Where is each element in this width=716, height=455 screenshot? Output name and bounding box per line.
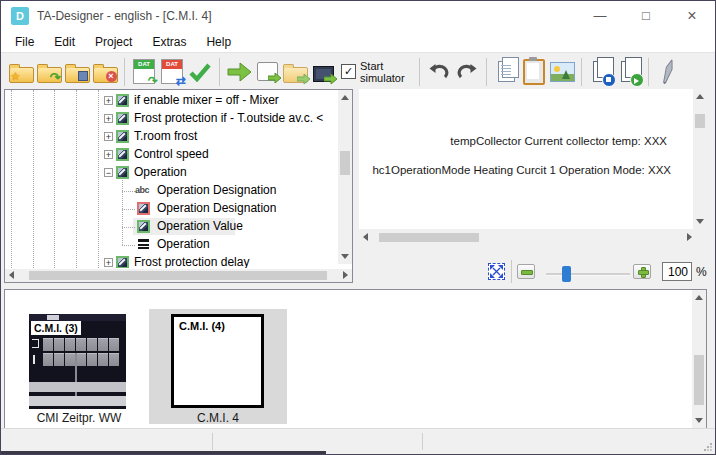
- tree-row[interactable]: + Frost protection if - T.outside av.c. …: [5, 110, 337, 128]
- open-project-button[interactable]: ↷: [35, 57, 63, 87]
- tree-row[interactable]: Operation: [5, 236, 337, 254]
- tree-row[interactable]: + Control speed: [5, 146, 337, 164]
- page-thumbnail-cmi3[interactable]: C.M.I. (3): [29, 314, 126, 409]
- zoom-slider-track[interactable]: [546, 273, 630, 276]
- scroll-left-arrow[interactable]: [9, 271, 14, 279]
- menu-edit[interactable]: Edit: [44, 32, 85, 52]
- validate-button[interactable]: [186, 57, 214, 87]
- page-caption[interactable]: CMI Zeitpr. WW: [19, 411, 139, 425]
- menu-extras[interactable]: Extras: [142, 32, 196, 52]
- tree-row[interactable]: + T.room frost: [5, 128, 337, 146]
- dat-reload-icon: DAT ⇄: [161, 59, 183, 84]
- minimize-button[interactable]: —: [577, 1, 623, 31]
- export-page-button[interactable]: [253, 57, 281, 87]
- tree-item-label[interactable]: Control speed: [134, 147, 209, 161]
- tree-horizontal-scrollbar[interactable]: [5, 269, 352, 282]
- tree-item-label[interactable]: Operation: [134, 165, 187, 179]
- scroll-up-arrow[interactable]: [695, 295, 703, 300]
- tree-item-label[interactable]: Frost protection if - T.outside av.c. <: [134, 111, 323, 125]
- page-caption[interactable]: C.M.I. 4: [149, 411, 287, 425]
- scroll-left-arrow[interactable]: [363, 233, 368, 241]
- undo-button[interactable]: [425, 57, 453, 87]
- expand-toggle[interactable]: +: [104, 150, 113, 159]
- tree-item-label[interactable]: Frost protection delay: [134, 255, 249, 268]
- new-project-button[interactable]: ★: [7, 57, 35, 87]
- zoom-slider-thumb[interactable]: [562, 266, 571, 282]
- close-project-button[interactable]: ×: [91, 57, 119, 87]
- scroll-up-arrow[interactable]: [341, 95, 349, 100]
- toolbar-separator: [486, 58, 487, 86]
- menu-file[interactable]: File: [5, 32, 44, 52]
- expand-toggle[interactable]: +: [104, 132, 113, 141]
- scrollbar-thumb[interactable]: [694, 355, 704, 405]
- tree-item-label[interactable]: T.room frost: [134, 129, 197, 143]
- green-arrow-icon: [268, 73, 282, 84]
- menu-project[interactable]: Project: [85, 32, 142, 52]
- tree-row-selected[interactable]: Operation Value: [5, 218, 337, 236]
- resize-grip[interactable]: [703, 442, 712, 451]
- app-window: D TA-Designer - english - [C.M.I. 4] — □…: [0, 0, 716, 455]
- export-folder-button[interactable]: [281, 57, 309, 87]
- tree-row[interactable]: + Frost protection delay: [5, 254, 337, 268]
- run-arrow-icon: [227, 62, 252, 82]
- reload-dat-button[interactable]: DAT ⇄: [158, 57, 186, 87]
- check-icon: [188, 62, 212, 82]
- page-preview-panel[interactable]: tempCollector Current collector temp: XX…: [359, 89, 707, 229]
- pen-tool-icon: [656, 57, 679, 87]
- menubar: File Edit Project Extras Help: [1, 31, 715, 53]
- scrollbar-thumb[interactable]: [379, 233, 479, 242]
- window-title: TA-Designer - english - [C.M.I. 4]: [37, 9, 212, 23]
- expand-toggle[interactable]: +: [104, 258, 113, 267]
- scrollbar-thumb[interactable]: [340, 151, 350, 175]
- app-icon: D: [11, 7, 29, 25]
- tree-row[interactable]: − Operation: [5, 164, 337, 182]
- tree-row[interactable]: + if enable mixer = off - Mixer: [5, 92, 337, 110]
- preview-horizontal-scrollbar[interactable]: [359, 231, 696, 244]
- preview-text-line[interactable]: tempCollector Current collector temp: XX…: [450, 135, 667, 147]
- preview-text-line[interactable]: hc1OperationMode Heating Curcit 1 Operat…: [372, 164, 671, 176]
- tree-item-label[interactable]: Operation: [157, 237, 210, 251]
- copy-button[interactable]: [492, 57, 520, 87]
- collapse-toggle[interactable]: −: [104, 168, 113, 177]
- run-button[interactable]: [225, 57, 253, 87]
- tree-item-label[interactable]: Operation Designation: [157, 201, 276, 215]
- tree-row[interactable]: abc Operation Designation: [5, 182, 337, 200]
- start-simulator-checkbox[interactable]: ✓: [341, 64, 356, 79]
- redo-button[interactable]: [453, 57, 481, 87]
- export-cmi-button[interactable]: [309, 57, 337, 87]
- zoom-in-button[interactable]: [633, 264, 651, 279]
- scrollbar-thumb[interactable]: [695, 114, 705, 128]
- page-thumbnail-cmi4[interactable]: C.M.I. (4): [171, 314, 264, 408]
- tree-item-label[interactable]: if enable mixer = off - Mixer: [134, 93, 279, 107]
- zoom-out-button[interactable]: [517, 264, 535, 279]
- scroll-right-arrow[interactable]: [687, 233, 692, 241]
- scrollbar-thumb[interactable]: [29, 271, 327, 280]
- scroll-down-arrow[interactable]: [695, 418, 703, 423]
- pick-tool-button[interactable]: [654, 57, 682, 87]
- insert-image-button[interactable]: [548, 57, 576, 87]
- zoom-value-input[interactable]: [662, 262, 692, 281]
- tree-vertical-scrollbar[interactable]: [338, 90, 352, 264]
- copy-save-button[interactable]: [587, 57, 615, 87]
- redo-icon: [457, 63, 477, 81]
- close-button[interactable]: ×: [669, 1, 715, 31]
- fit-to-window-button[interactable]: [488, 263, 505, 280]
- tree-item-label[interactable]: Operation Designation: [157, 183, 276, 197]
- paste-button[interactable]: [520, 57, 548, 87]
- scroll-down-arrow[interactable]: [696, 219, 704, 224]
- maximize-button[interactable]: □: [623, 1, 669, 31]
- scroll-up-arrow[interactable]: [696, 94, 704, 99]
- copy-export-button[interactable]: [615, 57, 643, 87]
- preview-vertical-scrollbar[interactable]: [693, 89, 707, 229]
- scroll-down-arrow[interactable]: [341, 254, 349, 259]
- export-dat-button[interactable]: DAT ↷: [130, 57, 158, 87]
- tree-row[interactable]: Operation Designation: [5, 200, 337, 218]
- pages-vertical-scrollbar[interactable]: [692, 290, 706, 428]
- expand-toggle[interactable]: +: [104, 114, 113, 123]
- image-element-icon: [116, 94, 129, 107]
- tree-item-label[interactable]: Operation Value: [157, 219, 243, 233]
- menu-help[interactable]: Help: [196, 32, 241, 52]
- save-project-button[interactable]: [63, 57, 91, 87]
- expand-toggle[interactable]: +: [104, 96, 113, 105]
- scroll-right-arrow[interactable]: [343, 271, 348, 279]
